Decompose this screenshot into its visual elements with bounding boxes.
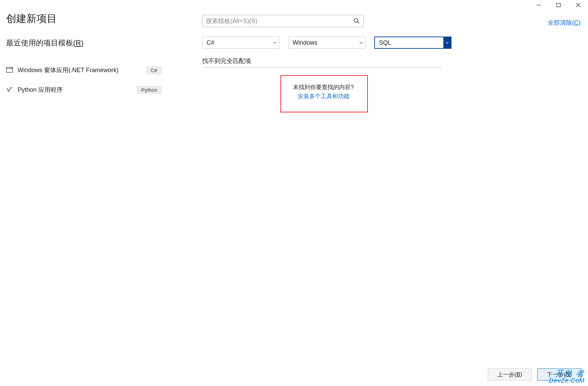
divider — [202, 67, 442, 67]
minimize-button[interactable] — [529, 0, 549, 10]
not-found-text: 未找到你要查找的内容? — [288, 83, 359, 91]
svg-rect-1 — [557, 3, 561, 7]
recent-template-item[interactable]: Windows 窗体应用(.NET Framework) C# — [6, 60, 182, 80]
recent-templates-heading: 最近使用的项目模板(R) — [6, 38, 84, 48]
footer-buttons: 上一步(B) 下一步(N) — [488, 368, 581, 381]
chevron-down-icon — [271, 37, 279, 48]
recent-templates-list: Windows 窗体应用(.NET Framework) C# Python 应… — [6, 60, 182, 100]
no-match-text: 找不到完全匹配项 — [202, 57, 251, 65]
dropdown-value: SQL — [375, 39, 443, 46]
close-icon — [576, 3, 581, 7]
maximize-button[interactable] — [549, 0, 568, 10]
search-input[interactable] — [203, 18, 350, 25]
back-button[interactable]: 上一步(B) — [488, 368, 532, 381]
minimize-icon — [537, 3, 541, 7]
filter-row: C# Windows SQL — [202, 37, 451, 49]
recent-template-label: Windows 窗体应用(.NET Framework) — [18, 66, 146, 74]
winforms-icon — [6, 67, 13, 73]
page-title: 创建新项目 — [6, 12, 57, 26]
recent-template-item[interactable]: Python 应用程序 Python — [6, 80, 182, 100]
svg-point-8 — [354, 19, 358, 22]
python-icon — [6, 86, 13, 93]
next-button[interactable]: 下一步(N) — [537, 368, 581, 381]
close-button[interactable] — [568, 0, 588, 10]
chevron-down-icon — [357, 37, 365, 48]
project-type-filter-dropdown[interactable]: SQL — [374, 37, 451, 49]
search-button[interactable] — [350, 15, 363, 27]
search-icon — [354, 18, 360, 24]
clear-all-link[interactable]: 全部清除(C) — [548, 19, 581, 27]
svg-point-7 — [11, 87, 13, 88]
language-tag: C# — [146, 66, 162, 74]
dropdown-value: C# — [203, 39, 271, 46]
not-found-panel: 未找到你要查找的内容? 安装多个工具和功能 — [288, 83, 359, 100]
language-filter-dropdown[interactable]: C# — [202, 37, 279, 49]
svg-line-9 — [357, 22, 359, 23]
install-tools-link[interactable]: 安装多个工具和功能 — [288, 92, 359, 100]
recent-template-label: Python 应用程序 — [18, 86, 136, 94]
platform-filter-dropdown[interactable]: Windows — [288, 37, 365, 49]
window-titlebar — [529, 0, 588, 10]
dropdown-value: Windows — [289, 39, 357, 46]
language-tag: Python — [136, 86, 162, 94]
search-box[interactable] — [202, 15, 364, 27]
maximize-icon — [556, 3, 561, 7]
svg-point-6 — [11, 67, 12, 68]
chevron-down-icon — [443, 37, 451, 48]
